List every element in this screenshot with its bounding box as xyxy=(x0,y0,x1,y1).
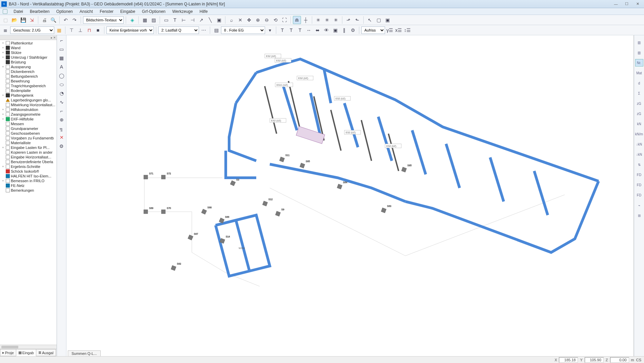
snap-end-icon[interactable]: ✳ xyxy=(314,16,322,24)
right-tool-5[interactable]: Σ xyxy=(635,90,643,97)
eye-icon[interactable]: 👁 xyxy=(322,26,330,34)
menu-bearbeiten[interactable]: Bearbeiten xyxy=(26,9,53,14)
draw-props-icon[interactable]: ⚙ xyxy=(58,142,66,150)
print-preview-icon[interactable]: 🔍 xyxy=(49,16,57,24)
tree-item[interactable]: Bettungsbereich xyxy=(0,74,57,79)
window2-icon[interactable]: ▣ xyxy=(383,16,391,24)
settings-icon[interactable]: ⚙ xyxy=(349,26,357,34)
tree-item[interactable]: Kopieren Lasten in ander xyxy=(0,150,57,155)
geschoss-select[interactable]: Geschoss: 2.UG xyxy=(10,26,54,34)
results-select[interactable]: Keine Ergebnisse vorhand xyxy=(106,26,154,34)
tree-item[interactable]: +Aussparung xyxy=(0,64,57,69)
layer-icon[interactable]: ▤ xyxy=(212,26,220,34)
redo-icon[interactable]: ↷ xyxy=(71,16,79,24)
tree-item[interactable]: +Eingabe Lasten für Pl... xyxy=(0,145,57,150)
output-select[interactable]: Bildschirm-Textausg xyxy=(83,16,124,24)
tool-rect-icon[interactable]: ▭ xyxy=(162,16,170,24)
minimize-button[interactable]: — xyxy=(611,1,621,7)
open-file-icon[interactable]: 📂 xyxy=(10,16,18,24)
right-tool-4[interactable]: d xyxy=(635,79,643,87)
export-icon[interactable]: ⇲ xyxy=(28,16,36,24)
tool-move-icon[interactable]: ↗ xyxy=(197,16,205,24)
snap-int-icon[interactable]: ✳ xyxy=(332,16,340,24)
right-tool-15[interactable]: FD xyxy=(635,191,643,199)
zoom-cross-icon[interactable]: ✕ xyxy=(236,16,244,24)
draw-arc-icon[interactable]: ◔ xyxy=(58,90,66,97)
snap-arc-icon[interactable]: ⋒ xyxy=(293,16,301,24)
tool-text-icon[interactable]: T xyxy=(171,16,179,24)
tree-item[interactable]: Vorgaben zu Fundamentb xyxy=(0,136,57,140)
pan-icon[interactable]: ✥ xyxy=(245,16,253,24)
layer-btn-icon[interactable]: ▾ xyxy=(266,26,274,34)
float-icon[interactable]: ▸ xyxy=(51,36,53,39)
close-panel-icon[interactable]: ✕ xyxy=(53,36,56,39)
menu-grf-optionen[interactable]: Grf-Optionen xyxy=(139,9,169,14)
zoom-in-icon[interactable]: ⊕ xyxy=(254,16,262,24)
tool-dim2-icon[interactable]: ⊣ xyxy=(188,16,197,24)
col-tool2-icon[interactable]: ⊥ xyxy=(76,26,84,34)
app-menu-icon[interactable] xyxy=(3,9,7,14)
tree-item[interactable]: +Hilfskonstruktion xyxy=(0,107,57,112)
right-tool-10[interactable]: ↓kN xyxy=(635,140,643,148)
tool-box-icon[interactable]: ▣ xyxy=(215,16,223,24)
tree-item[interactable]: Schöck Isokorb® xyxy=(0,169,57,174)
ortho2-icon[interactable]: ⬑ xyxy=(353,16,361,24)
draw-rect-icon[interactable]: ▭ xyxy=(58,45,66,53)
tree-item[interactable]: Dickenbereich xyxy=(0,69,57,74)
tree-item[interactable]: +Zwangsgeometrie xyxy=(0,112,57,117)
zoom-out-icon[interactable]: ⊖ xyxy=(263,16,271,24)
right-tool-7[interactable]: zG xyxy=(635,110,643,117)
object-tree[interactable]: +Plattenkontur+Wand+Stütze+Unterzug / St… xyxy=(0,40,57,345)
text2-icon[interactable]: T xyxy=(287,26,295,34)
window-icon[interactable]: ▢ xyxy=(375,16,383,24)
close-button[interactable]: ✕ xyxy=(632,1,643,7)
right-tool-9[interactable]: kN/m xyxy=(635,130,643,138)
right-tool-3[interactable]: Mat xyxy=(635,69,643,77)
text1-icon[interactable]: T xyxy=(278,26,286,34)
tree-item[interactable]: FE-Netz xyxy=(0,183,57,188)
right-tool-6[interactable]: zG xyxy=(635,100,643,107)
dim-link-icon[interactable]: ⬌ xyxy=(314,26,322,34)
right-tool-1[interactable]: ▥ xyxy=(635,49,643,56)
menu-ansicht[interactable]: Ansicht xyxy=(76,9,96,14)
tree-item[interactable]: Grundparameter xyxy=(0,126,57,131)
model-3d-icon[interactable]: ◈ xyxy=(128,16,136,24)
zoom-window-icon[interactable]: ⌕ xyxy=(227,16,236,24)
cursor-icon[interactable]: ↖ xyxy=(366,16,374,24)
right-tool-17[interactable]: ⊞ xyxy=(635,212,643,219)
right-tool-8[interactable]: kN xyxy=(635,120,643,128)
draw-circle-icon[interactable]: ◯ xyxy=(58,72,66,79)
draw-mirror-icon[interactable]: ╗ xyxy=(58,125,66,132)
snap-mid-icon[interactable]: ✳ xyxy=(323,16,331,24)
tree-item[interactable]: Bodenplatte xyxy=(0,88,57,93)
tree-item[interactable]: Lagerbedingungen glo... xyxy=(0,98,57,102)
tree-item[interactable]: Eingabe Horizontallast... xyxy=(0,155,57,159)
tree-item[interactable]: +Bemessen in FRILO xyxy=(0,178,57,183)
draw-text-icon[interactable]: A xyxy=(58,63,66,71)
right-tool-13[interactable]: FD xyxy=(635,171,643,178)
draw-poly-icon[interactable]: ⌐ xyxy=(58,37,66,44)
tree-item[interactable]: +Unterzug / Stahlträger xyxy=(0,55,57,60)
menu-hilfe[interactable]: Hilfe xyxy=(196,9,211,14)
grid4-icon[interactable]: ▦ xyxy=(55,26,63,34)
tree-item[interactable]: +Wand xyxy=(0,45,57,50)
v-del-icon[interactable]: x☰ xyxy=(395,26,403,34)
undo-icon[interactable]: ↶ xyxy=(62,16,70,24)
tree-item[interactable]: Mitwirkung Horizontallast... xyxy=(0,102,57,107)
draw-spline-icon[interactable]: ∿ xyxy=(58,98,66,106)
box3d-icon[interactable]: ▣ xyxy=(331,26,339,34)
snap-grid-icon[interactable]: ┼ xyxy=(302,16,310,24)
draw-ellipse-icon[interactable]: ⬭ xyxy=(58,81,66,88)
right-tool-0[interactable]: ▥ xyxy=(635,39,643,46)
col-tool1-icon[interactable]: ⊤ xyxy=(67,26,76,34)
tree-item[interactable]: Geschossebenen xyxy=(0,131,57,136)
tree-item[interactable]: +DXF-Hilfsfolie xyxy=(0,117,57,121)
right-tool-12[interactable]: ⇅ xyxy=(635,161,643,168)
tree-item[interactable]: +Stütze xyxy=(0,50,57,55)
grid-icon[interactable]: ▦ xyxy=(141,16,149,24)
loadcase-select[interactable]: 2: Lastfall Q xyxy=(158,26,199,34)
right-tool-16[interactable]: ⌁ xyxy=(635,202,643,209)
tree-hscroll[interactable] xyxy=(0,345,57,349)
print-icon[interactable]: 🖨 xyxy=(40,16,48,24)
tree-item[interactable]: HALFEN HIT Iso-Elem... xyxy=(0,174,57,178)
